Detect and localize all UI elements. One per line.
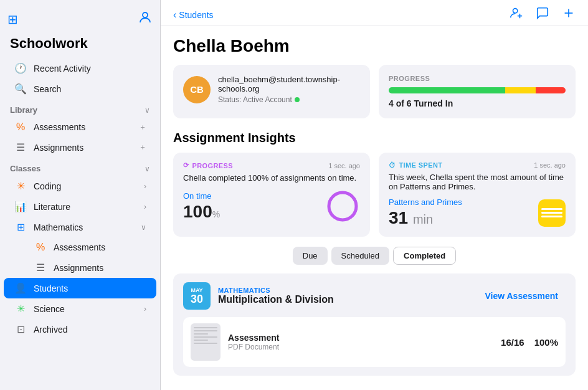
search-icon: 🔍 bbox=[14, 83, 27, 95]
doc-line4 bbox=[194, 336, 217, 338]
filter-tabs: Due Scheduled Completed bbox=[173, 247, 576, 265]
sidebar-label-literature: Literature bbox=[34, 202, 138, 212]
doc-line3 bbox=[194, 333, 208, 335]
header-actions bbox=[510, 6, 576, 23]
add-student-button[interactable] bbox=[510, 6, 523, 23]
progress-bar bbox=[389, 87, 566, 93]
progress-insight-type: ⟳ PROGRESS bbox=[183, 161, 233, 169]
student-status: Status: Active Account bbox=[218, 95, 360, 104]
view-assessment-button[interactable]: View Assessment bbox=[477, 287, 566, 305]
time-insight-stat: Patterns and Primes 31 min bbox=[389, 197, 566, 228]
assignment-subject: MATHEMATICS bbox=[218, 287, 470, 294]
archived-icon: ⊡ bbox=[14, 323, 27, 335]
clock-icon: 🕐 bbox=[14, 62, 27, 74]
add-assignments-icon[interactable]: ＋ bbox=[139, 142, 146, 153]
progress-insight-card: ⟳ PROGRESS 1 sec. ago Chella completed 1… bbox=[173, 153, 370, 237]
time-stat-left: Patterns and Primes 31 min bbox=[389, 197, 462, 228]
sidebar-label-library-assessments: Assessments bbox=[34, 122, 133, 132]
sidebar-item-coding[interactable]: ✳ Coding › bbox=[4, 176, 156, 196]
sidebar-item-archived[interactable]: ⊡ Archived bbox=[4, 319, 156, 340]
back-label: Students bbox=[179, 10, 213, 20]
time-insight-desc: This week, Chella spent the most amount … bbox=[389, 173, 566, 191]
sidebar-item-literature[interactable]: 📊 Literature › bbox=[4, 196, 156, 217]
time-insight-type: ⏱ TIME SPENT bbox=[389, 161, 442, 169]
app-title: Schoolwork bbox=[0, 33, 160, 58]
assignment-title: Multiplication & Division bbox=[218, 294, 470, 305]
literature-icon: 📊 bbox=[14, 201, 27, 212]
time-insight-card: ⏱ TIME SPENT 1 sec. ago This week, Chell… bbox=[379, 153, 576, 237]
time-insight-time: 1 sec. ago bbox=[534, 161, 566, 169]
progress-stat-label: On time bbox=[183, 191, 220, 201]
doc-percent: 100% bbox=[534, 337, 558, 348]
sidebar-label-math-assessments: Assessments bbox=[54, 242, 146, 252]
progress-card: PROGRESS 4 of 6 Turned In bbox=[379, 65, 576, 118]
date-badge: MAY 30 bbox=[183, 282, 211, 310]
circle-progress-chart bbox=[325, 189, 360, 224]
student-name: Chella Boehm bbox=[173, 36, 576, 56]
add-button[interactable] bbox=[562, 6, 576, 23]
message-button[interactable] bbox=[536, 6, 549, 23]
assignment-info: MATHEMATICS Multiplication & Division bbox=[218, 287, 470, 305]
filter-completed-button[interactable]: Completed bbox=[393, 247, 456, 265]
sidebar-label-mathematics: Mathematics bbox=[34, 222, 135, 232]
sidebar-label-recent-activity: Recent Activity bbox=[34, 64, 146, 74]
doc-line6 bbox=[194, 343, 217, 344]
info-cards-row: CB chella_boehm@student.township-schools… bbox=[173, 65, 576, 118]
sidebar-item-students[interactable]: 👤 Students bbox=[4, 278, 156, 298]
sidebar-item-mathematics[interactable]: ⊞ Mathematics ∨ bbox=[4, 217, 156, 237]
literature-chevron-icon: › bbox=[144, 202, 146, 211]
filter-scheduled-button[interactable]: Scheduled bbox=[331, 247, 389, 265]
mathematics-icon: ⊞ bbox=[14, 221, 27, 233]
sidebar-item-library-assignments[interactable]: ☰ Assignments ＋ bbox=[4, 137, 156, 158]
doc-line5 bbox=[194, 340, 208, 341]
doc-score: 16/16 bbox=[501, 337, 524, 348]
doc-line2 bbox=[194, 330, 217, 331]
sidebar-item-library-assessments[interactable]: % Assessments ＋ bbox=[4, 117, 156, 137]
progress-label: PROGRESS bbox=[389, 75, 566, 82]
library-label: Library bbox=[10, 105, 37, 115]
doc-thumb-lines bbox=[191, 323, 220, 348]
classes-section-header: Classes ∨ bbox=[0, 158, 160, 176]
sidebar-label-math-assignments: Assignments bbox=[54, 263, 146, 273]
filter-due-button[interactable]: Due bbox=[293, 247, 328, 265]
sidebar-label-coding: Coding bbox=[34, 181, 138, 191]
sidebar-item-science[interactable]: ✳ Science › bbox=[4, 298, 156, 319]
progress-icon: ⟳ bbox=[183, 161, 189, 169]
sidebar-item-math-assessments[interactable]: % Assessments bbox=[4, 237, 156, 257]
add-assessments-icon[interactable]: ＋ bbox=[139, 122, 146, 133]
insights-title: Assignment Insights bbox=[173, 131, 576, 145]
coding-icon: ✳ bbox=[14, 180, 27, 192]
progress-bar-yellow bbox=[505, 87, 535, 93]
app-icon-line1 bbox=[541, 208, 562, 210]
sidebar-item-search[interactable]: 🔍 Search bbox=[4, 78, 156, 99]
sidebar-toggle-button[interactable]: ⊞ bbox=[7, 12, 18, 27]
student-email: chella_boehm@student.township-schools.or… bbox=[218, 75, 360, 93]
back-button[interactable]: ‹ Students bbox=[173, 9, 214, 21]
doc-thumbnail bbox=[191, 323, 220, 361]
science-icon: ✳ bbox=[14, 303, 27, 315]
student-info-card: CB chella_boehm@student.township-schools… bbox=[173, 65, 370, 118]
assignments-icon: ☰ bbox=[14, 141, 27, 153]
svg-point-0 bbox=[143, 12, 148, 17]
classes-chevron-icon: ∨ bbox=[145, 164, 150, 173]
progress-insight-desc: Chella completed 100% of assignments on … bbox=[183, 173, 360, 183]
progress-insight-header: ⟳ PROGRESS 1 sec. ago bbox=[183, 161, 360, 169]
app-icon-line3 bbox=[541, 216, 562, 217]
sidebar-item-math-assignments[interactable]: ☰ Assignments bbox=[4, 257, 156, 278]
sidebar-top: ⊞ bbox=[0, 7, 160, 33]
math-assignments-icon: ☰ bbox=[34, 262, 47, 273]
date-day: 30 bbox=[191, 293, 203, 305]
main-content: ‹ Students Chella Boehm bbox=[161, 0, 588, 390]
doc-info: Assessment PDF Document bbox=[228, 333, 493, 351]
app-icon-line2 bbox=[541, 212, 562, 214]
insights-row: ⟳ PROGRESS 1 sec. ago Chella completed 1… bbox=[173, 153, 576, 237]
student-avatar: CB bbox=[183, 76, 211, 103]
sidebar-item-recent-activity[interactable]: 🕐 Recent Activity bbox=[4, 58, 156, 78]
svg-point-7 bbox=[329, 193, 356, 220]
science-chevron-icon: › bbox=[144, 305, 146, 313]
status-label: Status: Active Account bbox=[218, 95, 292, 104]
doc-line1 bbox=[194, 327, 217, 328]
progress-stat-unit: % bbox=[212, 209, 220, 219]
doc-stats: 16/16 100% bbox=[501, 337, 558, 348]
user-icon-button[interactable] bbox=[138, 10, 153, 28]
